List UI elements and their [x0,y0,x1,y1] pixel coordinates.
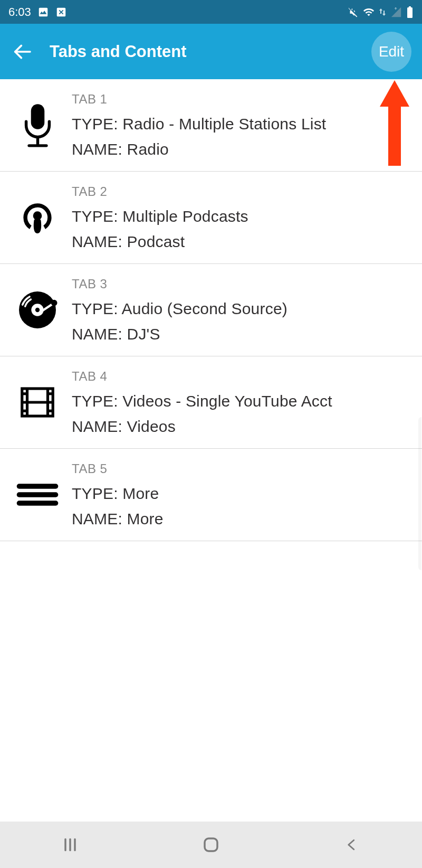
podcast-icon [3,196,72,239]
tab-row-1[interactable]: TAB 1 TYPE: Radio - Multiple Stations Li… [0,79,422,172]
tab-row-3[interactable]: TAB 3 TYPE: Audio (Second Source) NAME: … [0,264,422,356]
svg-rect-5 [31,104,44,129]
close-card-icon [55,6,67,18]
microphone-icon [3,100,72,150]
back-button[interactable] [9,39,35,64]
vinyl-icon [3,289,72,331]
tab-name: NAME: Podcast [72,233,411,251]
signal-icon [390,6,402,18]
status-bar: 6:03 [0,0,422,24]
tab-header: TAB 2 [72,184,411,199]
mute-icon [347,6,359,18]
wifi-icon [363,6,375,18]
svg-point-11 [35,308,40,312]
image-icon [37,6,49,18]
recents-button[interactable] [39,829,102,861]
back-nav-button[interactable] [320,829,383,861]
data-arrows-icon [379,7,386,17]
system-nav-bar [0,822,422,868]
battery-icon [406,6,414,18]
page-title: Tabs and Content [50,42,186,61]
svg-rect-2 [409,6,411,7]
svg-point-12 [51,300,57,306]
scroll-indicator [418,417,421,570]
svg-rect-27 [205,838,217,851]
tab-header: TAB 5 [72,461,411,476]
svg-rect-1 [407,7,413,18]
tab-header: TAB 4 [72,369,411,384]
tab-type: TYPE: Audio (Second Source) [72,300,411,318]
tab-name: NAME: Videos [72,418,411,436]
tabs-list: TAB 1 TYPE: Radio - Multiple Stations Li… [0,79,422,822]
film-icon [3,382,72,423]
tab-name: NAME: More [72,510,411,528]
tab-header: TAB 1 [72,92,411,107]
tab-type: TYPE: Radio - Multiple Stations List [72,115,411,133]
more-icon [3,482,72,508]
tab-type: TYPE: Multiple Podcasts [72,207,411,225]
tab-type: TYPE: More [72,485,411,503]
tab-row-5[interactable]: TAB 5 TYPE: More NAME: More [0,449,422,541]
edit-button[interactable]: Edit [371,32,411,72]
tab-header: TAB 3 [72,277,411,291]
app-bar: Tabs and Content Edit [0,24,422,79]
tab-name: NAME: Radio [72,140,411,158]
tab-name: NAME: DJ'S [72,325,411,343]
home-button[interactable] [179,829,243,861]
status-time: 6:03 [8,5,31,19]
tab-row-4[interactable]: TAB 4 TYPE: Videos - Single YouTube Acct… [0,356,422,449]
tab-type: TYPE: Videos - Single YouTube Acct [72,392,411,410]
tab-row-2[interactable]: TAB 2 TYPE: Multiple Podcasts NAME: Podc… [0,172,422,264]
